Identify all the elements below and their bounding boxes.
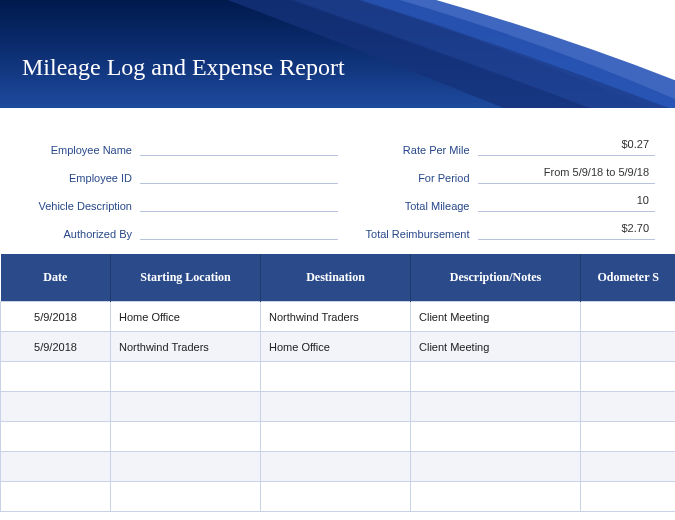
- label-for-period: For Period: [338, 172, 478, 184]
- cell-starting-location[interactable]: [111, 452, 261, 482]
- cell-date[interactable]: [1, 482, 111, 512]
- value-employee-name[interactable]: [140, 138, 338, 156]
- cell-odometer[interactable]: [581, 452, 676, 482]
- table-row: 5/9/2018 Northwind Traders Home Office C…: [1, 332, 676, 362]
- cell-odometer[interactable]: [581, 392, 676, 422]
- value-vehicle-description[interactable]: [140, 194, 338, 212]
- label-total-mileage: Total Mileage: [338, 200, 478, 212]
- label-vehicle-description: Vehicle Description: [20, 200, 140, 212]
- cell-starting-location[interactable]: [111, 482, 261, 512]
- label-authorized-by: Authorized By: [20, 228, 140, 240]
- value-total-reimbursement: $2.70: [478, 222, 656, 240]
- meta-row: Vehicle Description: [20, 186, 338, 212]
- cell-odometer[interactable]: [581, 332, 676, 362]
- cell-destination[interactable]: [261, 482, 411, 512]
- meta-row: Total Reimbursement $2.70: [338, 214, 656, 240]
- cell-date[interactable]: [1, 452, 111, 482]
- table-row: [1, 452, 676, 482]
- label-rate-per-mile: Rate Per Mile: [338, 144, 478, 156]
- cell-date[interactable]: 5/9/2018: [1, 332, 111, 362]
- col-starting-location: Starting Location: [111, 254, 261, 302]
- cell-odometer[interactable]: [581, 482, 676, 512]
- report-title: Mileage Log and Expense Report: [22, 54, 345, 81]
- table-header-row: Date Starting Location Destination Descr…: [1, 254, 676, 302]
- cell-date[interactable]: [1, 362, 111, 392]
- cell-odometer[interactable]: [581, 302, 676, 332]
- value-employee-id[interactable]: [140, 166, 338, 184]
- cell-date[interactable]: 5/9/2018: [1, 302, 111, 332]
- cell-description[interactable]: [411, 422, 581, 452]
- value-authorized-by[interactable]: [140, 222, 338, 240]
- value-total-mileage: 10: [478, 194, 656, 212]
- meta-row: For Period From 5/9/18 to 5/9/18: [338, 158, 656, 184]
- label-employee-name: Employee Name: [20, 144, 140, 156]
- meta-section: Employee Name Employee ID Vehicle Descri…: [0, 108, 675, 254]
- label-employee-id: Employee ID: [20, 172, 140, 184]
- table-row: 5/9/2018 Home Office Northwind Traders C…: [1, 302, 676, 332]
- cell-starting-location[interactable]: Northwind Traders: [111, 332, 261, 362]
- cell-starting-location[interactable]: [111, 392, 261, 422]
- table-row: [1, 422, 676, 452]
- value-rate-per-mile[interactable]: $0.27: [478, 138, 656, 156]
- cell-starting-location[interactable]: [111, 362, 261, 392]
- cell-destination[interactable]: Home Office: [261, 332, 411, 362]
- cell-destination[interactable]: [261, 452, 411, 482]
- cell-odometer[interactable]: [581, 422, 676, 452]
- mileage-table-wrap: Date Starting Location Destination Descr…: [0, 254, 675, 512]
- cell-date[interactable]: [1, 422, 111, 452]
- value-for-period[interactable]: From 5/9/18 to 5/9/18: [478, 166, 656, 184]
- col-odometer: Odometer S: [581, 254, 676, 302]
- meta-row: Rate Per Mile $0.27: [338, 130, 656, 156]
- table-row: [1, 482, 676, 512]
- cell-description[interactable]: [411, 362, 581, 392]
- meta-left-column: Employee Name Employee ID Vehicle Descri…: [20, 130, 338, 242]
- col-destination: Destination: [261, 254, 411, 302]
- cell-date[interactable]: [1, 392, 111, 422]
- table-row: [1, 392, 676, 422]
- table-row: [1, 362, 676, 392]
- col-description-notes: Description/Notes: [411, 254, 581, 302]
- cell-destination[interactable]: [261, 392, 411, 422]
- cell-description[interactable]: [411, 452, 581, 482]
- meta-row: Authorized By: [20, 214, 338, 240]
- col-date: Date: [1, 254, 111, 302]
- meta-row: Total Mileage 10: [338, 186, 656, 212]
- label-total-reimbursement: Total Reimbursement: [338, 228, 478, 240]
- cell-description[interactable]: Client Meeting: [411, 332, 581, 362]
- cell-description[interactable]: Client Meeting: [411, 302, 581, 332]
- cell-description[interactable]: [411, 482, 581, 512]
- cell-starting-location[interactable]: Home Office: [111, 302, 261, 332]
- cell-description[interactable]: [411, 392, 581, 422]
- meta-row: Employee Name: [20, 130, 338, 156]
- meta-right-column: Rate Per Mile $0.27 For Period From 5/9/…: [338, 130, 656, 242]
- report-banner: Mileage Log and Expense Report: [0, 0, 675, 108]
- cell-destination[interactable]: [261, 362, 411, 392]
- mileage-table: Date Starting Location Destination Descr…: [0, 254, 675, 512]
- table-body: 5/9/2018 Home Office Northwind Traders C…: [1, 302, 676, 512]
- cell-odometer[interactable]: [581, 362, 676, 392]
- cell-starting-location[interactable]: [111, 422, 261, 452]
- cell-destination[interactable]: Northwind Traders: [261, 302, 411, 332]
- meta-row: Employee ID: [20, 158, 338, 184]
- cell-destination[interactable]: [261, 422, 411, 452]
